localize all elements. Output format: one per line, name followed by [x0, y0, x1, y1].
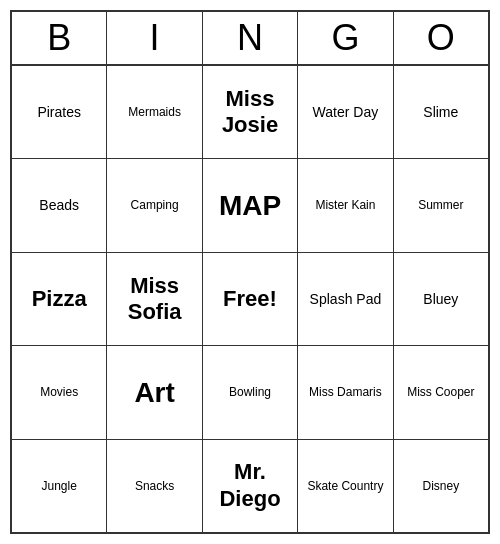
bingo-cell: Mister Kain — [298, 159, 393, 251]
bingo-cell: Snacks — [107, 440, 202, 532]
header-letter: G — [298, 12, 393, 64]
header-letter: I — [107, 12, 202, 64]
bingo-cell: Movies — [12, 346, 107, 438]
bingo-cell: Summer — [394, 159, 488, 251]
bingo-cell: Beads — [12, 159, 107, 251]
bingo-cell: Water Day — [298, 66, 393, 158]
bingo-cell: Miss Damaris — [298, 346, 393, 438]
bingo-cell: Slime — [394, 66, 488, 158]
bingo-cell: Pizza — [12, 253, 107, 345]
bingo-card: BINGO PiratesMermaidsMiss JosieWater Day… — [10, 10, 490, 534]
bingo-cell: Camping — [107, 159, 202, 251]
bingo-cell: Jungle — [12, 440, 107, 532]
bingo-row: BeadsCampingMAPMister KainSummer — [12, 159, 488, 252]
bingo-cell: Pirates — [12, 66, 107, 158]
bingo-cell: Splash Pad — [298, 253, 393, 345]
bingo-cell: Mr. Diego — [203, 440, 298, 532]
bingo-cell: Free! — [203, 253, 298, 345]
bingo-row: MoviesArtBowlingMiss DamarisMiss Cooper — [12, 346, 488, 439]
bingo-cell: Skate Country — [298, 440, 393, 532]
bingo-row: PizzaMiss SofiaFree!Splash PadBluey — [12, 253, 488, 346]
header-letter: O — [394, 12, 488, 64]
bingo-cell: Miss Sofia — [107, 253, 202, 345]
header-letter: N — [203, 12, 298, 64]
bingo-cell: Bluey — [394, 253, 488, 345]
bingo-header: BINGO — [12, 12, 488, 66]
bingo-cell: Bowling — [203, 346, 298, 438]
bingo-cell: Disney — [394, 440, 488, 532]
bingo-grid: PiratesMermaidsMiss JosieWater DaySlimeB… — [12, 66, 488, 532]
bingo-row: JungleSnacksMr. DiegoSkate CountryDisney — [12, 440, 488, 532]
bingo-cell: Art — [107, 346, 202, 438]
header-letter: B — [12, 12, 107, 64]
bingo-cell: Mermaids — [107, 66, 202, 158]
bingo-cell: MAP — [203, 159, 298, 251]
bingo-cell: Miss Cooper — [394, 346, 488, 438]
bingo-cell: Miss Josie — [203, 66, 298, 158]
bingo-row: PiratesMermaidsMiss JosieWater DaySlime — [12, 66, 488, 159]
